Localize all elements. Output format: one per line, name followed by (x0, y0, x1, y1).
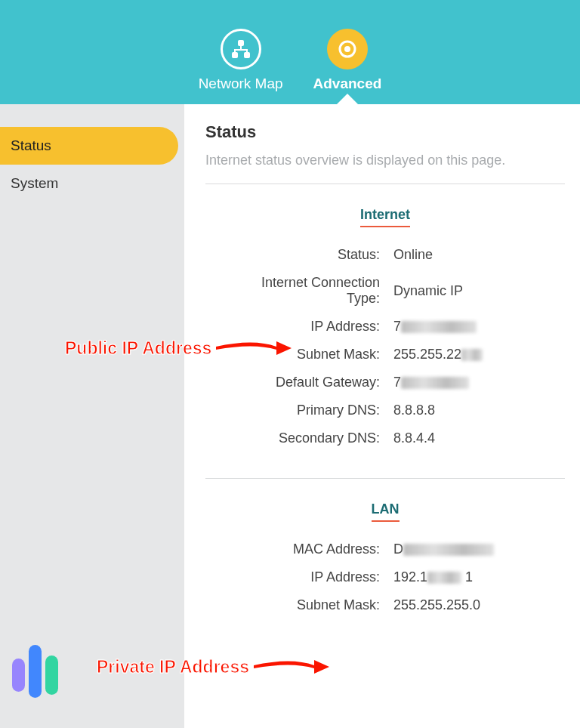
row-value: 255.255.22 (389, 347, 540, 362)
row-conn-type: Internet Connection Type: Dynamic IP (205, 275, 565, 307)
advanced-icon (327, 29, 368, 69)
redacted-blur (401, 377, 469, 389)
row-gateway: Default Gateway: 7 (205, 375, 565, 390)
row-value: D (389, 541, 540, 557)
sidebar-item-system[interactable]: System (0, 165, 178, 202)
row-value: 8.8.8.8 (389, 403, 540, 418)
row-value: 7 (389, 319, 540, 335)
tab-label: Network Map (199, 76, 283, 92)
svg-rect-2 (245, 53, 249, 57)
tab-label: Advanced (313, 76, 382, 92)
row-value: 7 (389, 375, 540, 390)
row-label: IP Address: (230, 319, 389, 335)
logo-bar (29, 645, 42, 698)
value-text: 7 (393, 375, 401, 390)
row-label: Default Gateway: (230, 375, 389, 390)
network-map-icon (221, 29, 261, 69)
logo-bar (45, 656, 58, 695)
sidebar: Status System (0, 104, 184, 728)
tab-advanced[interactable]: Advanced (313, 29, 382, 92)
row-label: Subnet Mask: (230, 347, 389, 362)
value-text: 192.1 (393, 569, 427, 585)
svg-point-4 (344, 46, 350, 52)
row-lan-subnet: Subnet Mask: 255.255.255.0 (205, 597, 565, 613)
section-title: Internet (360, 207, 410, 227)
logo-bar (12, 659, 25, 692)
header-tabs: Network Map Advanced (199, 29, 382, 104)
svg-rect-0 (239, 41, 243, 45)
row-value: Dynamic IP (389, 283, 540, 299)
watermark-logo (12, 645, 58, 698)
row-value: 192.1 1 (389, 569, 540, 585)
row-lan-ip: IP Address: 192.1 1 (205, 569, 565, 585)
section-internet: Internet Status: Online Internet Connect… (205, 184, 565, 478)
row-value: Online (389, 247, 540, 263)
value-text: 255.255.22 (393, 347, 461, 362)
sidebar-item-status[interactable]: Status (0, 127, 178, 165)
row-label: MAC Address: (230, 541, 389, 557)
page-title: Status (205, 122, 565, 142)
value-text: 7 (393, 319, 401, 334)
row-label: Primary DNS: (230, 403, 389, 418)
row-subnet: Subnet Mask: 255.255.22 (205, 347, 565, 362)
page-description: Internet status overview is displayed on… (205, 153, 565, 168)
redacted-blur (461, 349, 483, 361)
redacted-blur (401, 321, 477, 333)
main-content: Status Internet status overview is displ… (184, 104, 580, 728)
row-value: 255.255.255.0 (389, 597, 540, 613)
row-dns2: Secondary DNS: 8.8.4.4 (205, 430, 565, 446)
sidebar-item-label: System (11, 175, 58, 192)
row-label: Subnet Mask: (230, 597, 389, 613)
row-mac: MAC Address: D (205, 541, 565, 557)
row-label: Status: (230, 247, 389, 263)
section-title: LAN (372, 501, 400, 522)
tab-network-map[interactable]: Network Map (199, 29, 283, 92)
top-header: Network Map Advanced (0, 0, 580, 104)
row-label: Internet Connection Type: (230, 275, 389, 307)
redacted-blur (427, 572, 461, 584)
sidebar-item-label: Status (11, 137, 51, 154)
svg-rect-1 (233, 53, 237, 57)
row-label: Secondary DNS: (230, 430, 389, 446)
section-lan: LAN MAC Address: D IP Address: 192.1 1 S… (205, 479, 565, 645)
row-label: IP Address: (230, 569, 389, 585)
value-text: D (393, 541, 403, 557)
row-ip: IP Address: 7 (205, 319, 565, 335)
redacted-blur (403, 544, 494, 556)
row-dns1: Primary DNS: 8.8.8.8 (205, 403, 565, 418)
value-text: 1 (461, 569, 473, 585)
row-status: Status: Online (205, 247, 565, 263)
row-value: 8.8.4.4 (389, 430, 540, 446)
